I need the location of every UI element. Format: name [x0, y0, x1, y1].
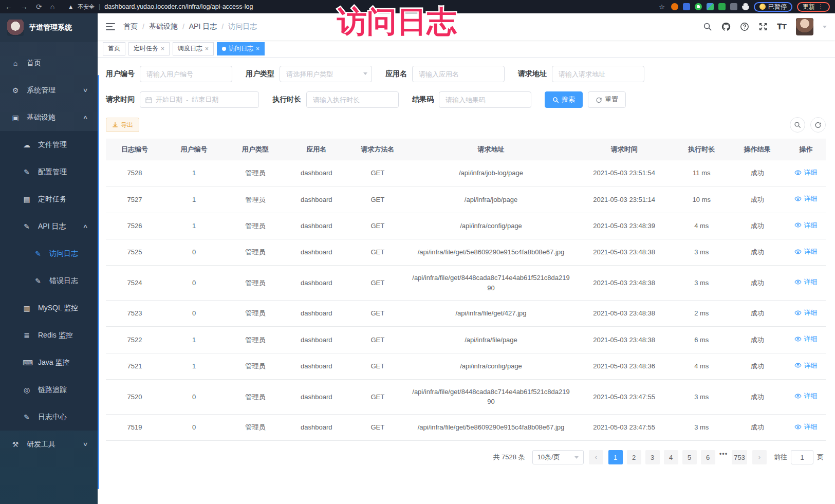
tab-首页[interactable]: 首页	[103, 42, 125, 55]
cell-actions: 详细	[786, 186, 826, 213]
next-page-button[interactable]: ›	[752, 450, 767, 464]
table-toolbar: 导出	[106, 117, 826, 133]
sidebar-item-file[interactable]: ☁文件管理	[0, 131, 98, 158]
detail-link[interactable]: 详细	[794, 277, 817, 287]
duration-input[interactable]	[306, 91, 399, 108]
extension-icon[interactable]	[707, 3, 714, 10]
user-id-input[interactable]	[140, 66, 232, 82]
hamburger-icon[interactable]	[106, 23, 115, 30]
detail-link[interactable]: 详细	[794, 220, 817, 231]
sidebar-item-infra[interactable]: ▣基础设施∧	[0, 104, 98, 131]
goto-page-input[interactable]	[791, 450, 813, 464]
eye-icon: ◎	[23, 386, 31, 394]
page-button-5[interactable]: 5	[682, 450, 697, 464]
result-code-input[interactable]	[439, 91, 531, 108]
date-start-placeholder[interactable]: 开始日期	[156, 95, 182, 104]
fullscreen-icon[interactable]	[758, 22, 768, 31]
browser-menu-icon[interactable]: ⋮	[818, 3, 824, 10]
tab-访问日志[interactable]: 访问日志×	[217, 42, 265, 55]
sidebar-item-redis[interactable]: ≣Redis 监控	[0, 322, 98, 349]
eye-icon	[794, 423, 802, 431]
security-label[interactable]: 不安全	[78, 3, 95, 11]
refresh-table-button[interactable]	[810, 117, 826, 133]
sidebar-item-job[interactable]: ▤定时任务	[0, 185, 98, 213]
sidebar-item-api-log[interactable]: ✎API 日志∧	[0, 213, 98, 240]
prev-page-button[interactable]: ‹	[589, 450, 603, 464]
avatar[interactable]	[796, 18, 813, 35]
page-button-2[interactable]: 2	[627, 450, 641, 464]
detail-link[interactable]: 详细	[794, 247, 817, 257]
chevron-down-icon[interactable]	[823, 26, 827, 28]
github-icon[interactable]	[721, 22, 731, 31]
page-button-753[interactable]: 753	[732, 450, 747, 464]
sidebar-item-home[interactable]: ⌂首页	[0, 49, 98, 77]
close-icon[interactable]: ×	[205, 45, 209, 52]
browser-reload-icon[interactable]: ⟳	[36, 3, 42, 11]
toggle-search-button[interactable]	[790, 117, 805, 133]
detail-link[interactable]: 详细	[794, 391, 817, 401]
reset-button[interactable]: 重置	[588, 91, 626, 108]
browser-home-icon[interactable]: ⌂	[50, 3, 54, 11]
breadcrumb-item[interactable]: 首页	[123, 22, 138, 31]
browser-forward-icon[interactable]: →	[21, 3, 28, 11]
detail-link[interactable]: 详细	[794, 194, 817, 204]
detail-link[interactable]: 详细	[794, 334, 817, 344]
sidebar-item-mysql[interactable]: ▥MySQL 监控	[0, 294, 98, 322]
page-ellipsis[interactable]: •••	[719, 450, 728, 464]
extension-icon[interactable]	[683, 3, 690, 10]
extension-icon[interactable]	[671, 3, 678, 10]
close-icon[interactable]: ×	[161, 45, 164, 52]
update-badge[interactable]: 更新⋮	[797, 2, 830, 12]
sidebar-item-access-log[interactable]: ✎访问日志	[0, 240, 98, 267]
app-name-input[interactable]	[412, 66, 505, 82]
puzzle-extension-icon[interactable]	[742, 3, 749, 10]
page-button-1[interactable]: 1	[608, 450, 623, 464]
help-icon[interactable]	[740, 22, 749, 31]
export-button[interactable]: 导出	[106, 118, 139, 132]
bookmark-star-icon[interactable]: ☆	[659, 3, 665, 11]
filter-label: 应用名	[385, 69, 407, 79]
date-end-placeholder[interactable]: 结束日期	[192, 95, 218, 104]
detail-link[interactable]: 详细	[794, 308, 817, 318]
cell-user-id: 0	[163, 379, 225, 414]
font-size-icon[interactable]: 𝐓T	[777, 22, 787, 31]
sidebar-item-config[interactable]: ✎配置管理	[0, 158, 98, 185]
address-bar[interactable]: ▲ 不安全 | dashboard.yudao.iocoder.cn/infra…	[61, 3, 665, 11]
user-type-select[interactable]	[280, 66, 372, 82]
filter-row-2: 请求时间 开始日期 - 结束日期 执行时长 结果码	[106, 91, 826, 108]
breadcrumb-item[interactable]: API 日志	[189, 22, 217, 31]
date-range-picker[interactable]: 开始日期 - 结束日期	[140, 91, 259, 108]
page-button-3[interactable]: 3	[645, 450, 660, 464]
close-icon[interactable]: ×	[256, 45, 259, 52]
sidebar-logo[interactable]: 芋道管理系统	[0, 13, 98, 42]
sidebar-item-trace[interactable]: ◎链路追踪	[0, 376, 98, 403]
cell-method: GET	[347, 414, 408, 440]
sidebar-item-dev-tools[interactable]: ⚒研发工具∨	[0, 431, 98, 458]
sidebar-item-log-center[interactable]: ✎日志中心	[0, 403, 98, 431]
page-button-4[interactable]: 4	[664, 450, 678, 464]
request-url-input[interactable]	[552, 66, 644, 82]
tab-调度日志[interactable]: 调度日志×	[173, 42, 214, 55]
cell-request-time: 2021-05-03 23:48:39	[574, 213, 675, 239]
search-icon[interactable]	[703, 22, 712, 31]
tab-定时任务[interactable]: 定时任务×	[128, 42, 170, 55]
sidebar-item-error-log[interactable]: ✎错误日志	[0, 267, 98, 294]
detail-link[interactable]: 详细	[794, 361, 817, 371]
page-button-6[interactable]: 6	[701, 450, 715, 464]
page-size-select[interactable]: 10条/页	[532, 450, 584, 464]
detail-link[interactable]: 详细	[794, 422, 817, 432]
extension-icon[interactable]	[730, 3, 737, 10]
detail-label: 详细	[804, 167, 817, 178]
sidebar-item-java[interactable]: ⌨Java 监控	[0, 349, 98, 376]
translate-extension-icon[interactable]	[718, 3, 726, 10]
breadcrumb-item[interactable]: 基础设施	[149, 22, 178, 31]
scrollbar-thumb[interactable]	[98, 75, 99, 489]
user-type-select-input[interactable]	[280, 66, 372, 82]
sidebar-item-system[interactable]: ⚙系统管理∨	[0, 77, 98, 104]
search-button[interactable]: 搜索	[545, 91, 583, 108]
browser-back-icon[interactable]: ←	[5, 3, 12, 11]
url-text[interactable]: dashboard.yudao.iocoder.cn/infra/log/api…	[104, 3, 253, 10]
detail-link[interactable]: 详细	[794, 167, 817, 178]
paused-badge[interactable]: 已暂停	[754, 2, 792, 12]
extension-icon[interactable]	[695, 3, 702, 10]
